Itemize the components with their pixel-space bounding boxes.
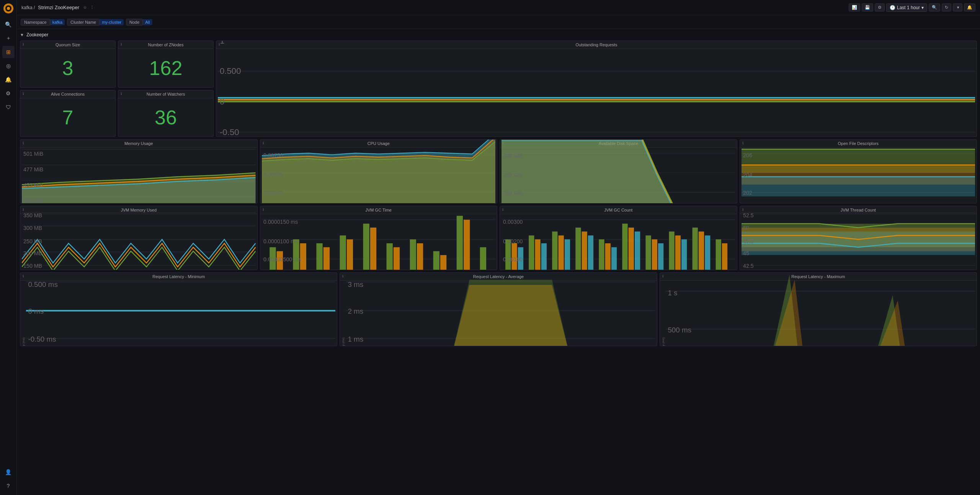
graph-view-button[interactable]: 📊 xyxy=(849,3,860,11)
section-header[interactable]: ▼ Zookeeper xyxy=(20,32,977,37)
svg-text:0.00250: 0.00250 xyxy=(263,190,283,196)
time-range-label: Last 1 hour xyxy=(897,5,920,10)
svg-text:0.0000150 ms: 0.0000150 ms xyxy=(263,218,298,225)
latency-min-body: Request Latency (ms) 1 ms 0.500 ms 0 ms xyxy=(20,281,337,346)
section-title: Zookeeper xyxy=(26,32,48,37)
zoom-out-button[interactable]: 🔍 xyxy=(929,3,940,11)
svg-text:0.00400: 0.00400 xyxy=(503,206,523,207)
svg-text:200 MB: 200 MB xyxy=(23,250,42,256)
sidebar-icon-new[interactable]: ＋ xyxy=(2,32,15,44)
interval-button[interactable]: ▾ xyxy=(953,3,962,11)
dashboard-content: ▼ Zookeeper ℹ Quorum Size 3 ℹ Alive Conn… xyxy=(17,29,980,495)
cluster-label: Cluster Name xyxy=(67,19,100,26)
svg-rect-153 xyxy=(705,235,710,270)
jvm-memory-svg: 400 MB 350 MB 300 MB 250 MB 200 MB 150 M… xyxy=(22,206,256,270)
latency-max-panel: ℹ Request Latency - Maximum Request Late… xyxy=(660,272,977,346)
node-value[interactable]: All xyxy=(143,19,152,25)
svg-point-2 xyxy=(7,7,10,10)
jvm-memory-chart: 400 MB 350 MB 300 MB 250 MB 200 MB 150 M… xyxy=(22,206,256,270)
znodes-value: 162 xyxy=(149,54,183,82)
svg-text:453 MiB: 453 MiB xyxy=(23,182,43,188)
node-label: Node xyxy=(126,19,143,26)
save-button[interactable]: 💾 xyxy=(862,3,873,11)
znodes-body: 162 xyxy=(118,49,213,87)
svg-rect-103 xyxy=(386,243,392,270)
svg-rect-150 xyxy=(681,239,687,270)
latency-min-chart: Request Latency (ms) 1 ms 0.500 ms 0 ms xyxy=(22,272,335,346)
breadcrumb: kafka / xyxy=(21,5,35,10)
svg-text:45: 45 xyxy=(743,250,749,256)
svg-text:429 MiB: 429 MiB xyxy=(23,198,43,204)
latency-max-body: Request Latency (ms) 1.50 s 1 s 500 ms xyxy=(660,281,977,346)
info-icon-alive: ℹ xyxy=(23,92,24,96)
filterbar: Namespace kafka Cluster Name my-cluster … xyxy=(17,15,980,29)
settings-button[interactable]: ⚙ xyxy=(875,3,885,11)
gc-time-svg: 0.0000200 ms 0.0000150 ms 0.0000100 ms 0… xyxy=(262,206,496,270)
svg-rect-152 xyxy=(699,231,704,270)
sidebar-icon-search[interactable]: 🔍 xyxy=(2,18,15,31)
svg-rect-132 xyxy=(541,243,547,270)
latency-min-y-label: Request Latency (ms) xyxy=(22,272,25,346)
sidebar-icon-user[interactable]: 👤 xyxy=(2,466,15,478)
svg-rect-148 xyxy=(669,231,675,270)
clock-icon: 🕐 xyxy=(890,5,895,10)
namespace-value[interactable]: kafka xyxy=(50,19,65,25)
svg-rect-144 xyxy=(635,231,640,270)
collapse-icon: ▼ xyxy=(20,33,24,37)
svg-marker-194 xyxy=(346,280,655,346)
svg-text:0.0000200 ms: 0.0000200 ms xyxy=(263,206,298,207)
sidebar-icon-shield[interactable]: 🛡 xyxy=(2,101,15,113)
time-range-button[interactable]: 🕐 Last 1 hour ▾ xyxy=(886,3,927,12)
svg-rect-136 xyxy=(575,228,581,270)
svg-text:477 MiB: 477 MiB xyxy=(23,166,43,172)
outstanding-requests-panel: ℹ Outstanding Requests xyxy=(216,41,977,137)
cpu-usage-panel: ℹ CPU Usage xyxy=(260,139,498,204)
namespace-label: Namespace xyxy=(21,19,50,26)
sidebar-icon-explore[interactable]: ◎ xyxy=(2,60,15,72)
file-descriptors-body: 208 206 204 202 200 my-cluster-zookeeper… xyxy=(740,148,977,203)
svg-rect-105 xyxy=(433,251,439,270)
memory-svg: 525 MiB 501 MiB 477 MiB 453 MiB 429 MiB xyxy=(22,139,256,204)
gc-count-svg: 0.00400 0.00300 0.00200 0.00100 0 xyxy=(501,206,735,270)
jvm-thread-count-panel: ℹ JVM Thread Count xyxy=(740,206,977,270)
disk-space-panel: ℹ Available Disk Space xyxy=(500,139,737,204)
svg-rect-110 xyxy=(323,247,329,270)
svg-rect-137 xyxy=(582,231,587,270)
svg-text:0 ms: 0 ms xyxy=(28,307,44,315)
jvm-gc-count-panel: ℹ JVM GC Count xyxy=(500,206,737,270)
sidebar-icon-dashboards[interactable]: ⊞ xyxy=(2,46,15,58)
namespace-filter[interactable]: Namespace kafka xyxy=(21,19,65,26)
alert-button[interactable]: 🔔 xyxy=(964,3,975,11)
quorum-size-value: 3 xyxy=(62,54,74,82)
svg-rect-138 xyxy=(588,235,593,270)
svg-rect-114 xyxy=(416,243,423,270)
refresh-button[interactable]: ↻ xyxy=(942,3,951,11)
cluster-filter[interactable]: Cluster Name my-cluster xyxy=(67,19,124,26)
svg-rect-145 xyxy=(645,235,651,270)
grafana-logo[interactable] xyxy=(3,3,14,14)
middle-stats: ℹ Number of ZNodes 162 ℹ Number of Watch… xyxy=(118,41,214,137)
node-filter[interactable]: Node All xyxy=(126,19,152,26)
jvm-memory-body: 400 MB 350 MB 300 MB 250 MB 200 MB 150 M… xyxy=(20,214,257,270)
chevron-down-icon: ▾ xyxy=(921,5,924,10)
info-icon-znodes: ℹ xyxy=(121,42,122,46)
star-icon[interactable]: ☆ xyxy=(83,5,87,10)
sidebar-icon-alerting[interactable]: 🔔 xyxy=(2,73,15,86)
memory-usage-body: 525 MiB 501 MiB 477 MiB 453 MiB 429 MiB … xyxy=(20,148,257,203)
svg-text:204: 204 xyxy=(743,172,752,178)
watchers-body: 36 xyxy=(118,98,213,137)
info-icon-quorum: ℹ xyxy=(23,42,24,46)
svg-rect-112 xyxy=(370,228,376,270)
svg-text:0.00000500 ms: 0.00000500 ms xyxy=(263,256,301,262)
sidebar-icon-help[interactable]: ? xyxy=(2,480,15,492)
svg-text:1 ms: 1 ms xyxy=(348,335,364,343)
sidebar-icon-config[interactable]: ⚙ xyxy=(2,87,15,99)
share-icon[interactable]: ⋮ xyxy=(90,5,94,10)
cluster-value[interactable]: my-cluster xyxy=(100,19,124,25)
svg-text:501 MiB: 501 MiB xyxy=(23,150,43,156)
quorum-size-body: 3 xyxy=(20,49,115,87)
svg-text:350 MB: 350 MB xyxy=(23,212,42,218)
svg-text:1 s: 1 s xyxy=(668,289,677,297)
svg-marker-47 xyxy=(262,141,496,204)
svg-text:150 MB: 150 MB xyxy=(23,262,42,269)
